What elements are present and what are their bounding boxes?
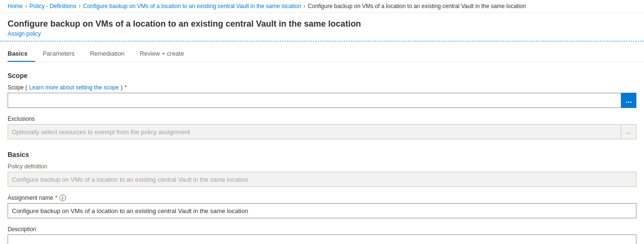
breadcrumb-sep-1: › xyxy=(25,3,27,10)
assignment-name-input[interactable] xyxy=(8,203,636,218)
scope-label-suffix: ) xyxy=(121,84,123,91)
basics-section-title: Basics xyxy=(8,151,636,158)
policy-definition-field-group: Policy definition Configure backup on VM… xyxy=(8,163,636,187)
scope-required-marker: * xyxy=(124,84,127,91)
breadcrumb: Home › Policy - Definitions › Configure … xyxy=(0,0,644,13)
exclusions-browse-button[interactable]: ... xyxy=(621,124,636,139)
basics-section: Basics Policy definition Configure backu… xyxy=(8,151,636,244)
assignment-name-required-marker: * xyxy=(55,195,57,201)
page-subtitle: Assign policy xyxy=(8,30,636,37)
page-header: Configure backup on VMs of a location to… xyxy=(0,13,644,41)
description-label: Description xyxy=(8,226,636,233)
scope-section: Scope Scope ( Learn more about setting t… xyxy=(8,72,636,139)
main-content: Scope Scope ( Learn more about setting t… xyxy=(0,62,644,244)
scope-field-label: Scope ( Learn more about setting the sco… xyxy=(8,84,636,91)
breadcrumb-policy-definitions[interactable]: Policy - Definitions xyxy=(29,3,76,10)
scope-label-prefix: Scope ( xyxy=(8,84,27,91)
tab-parameters[interactable]: Parameters xyxy=(35,46,82,62)
policy-definition-label: Policy definition xyxy=(8,163,636,170)
policy-definition-value: Configure backup on VMs of a location to… xyxy=(8,172,636,187)
exclusions-input-row: Optionally select resources to exempt fr… xyxy=(8,124,636,139)
exclusions-label: Exclusions xyxy=(8,116,636,122)
breadcrumb-sep-2: › xyxy=(79,3,81,10)
description-field-group: Description xyxy=(8,226,636,244)
breadcrumb-sep-3: › xyxy=(303,3,305,10)
scope-browse-button[interactable]: ... xyxy=(621,93,636,108)
breadcrumb-home[interactable]: Home xyxy=(8,3,23,10)
scope-input-row: ... xyxy=(8,93,636,108)
scope-section-title: Scope xyxy=(8,72,636,79)
tab-remediation[interactable]: Remediation xyxy=(82,46,132,62)
tab-basics[interactable]: Basics xyxy=(8,46,35,62)
exclusions-field-group: Exclusions Optionally select resources t… xyxy=(8,116,636,139)
scope-learn-more-link[interactable]: Learn more about setting the scope xyxy=(29,84,119,91)
exclusions-placeholder-text: Optionally select resources to exempt fr… xyxy=(8,124,621,139)
description-textarea[interactable] xyxy=(8,234,636,244)
assignment-name-label-text: Assignment name xyxy=(8,195,53,201)
assignment-name-field-group: Assignment name * i xyxy=(8,195,636,218)
scope-field-group: Scope ( Learn more about setting the sco… xyxy=(8,84,636,108)
assignment-name-info-icon: i xyxy=(59,195,66,201)
tabs-bar: Basics Parameters Remediation Review + c… xyxy=(0,46,644,62)
breadcrumb-policy-link[interactable]: Configure backup on VMs of a location to… xyxy=(83,3,301,10)
page-title: Configure backup on VMs of a location to… xyxy=(8,19,636,29)
assignment-name-label: Assignment name * i xyxy=(8,195,636,201)
scope-input[interactable] xyxy=(8,93,621,108)
breadcrumb-current: Configure backup on VMs of a location to… xyxy=(308,3,526,10)
tab-review-create[interactable]: Review + create xyxy=(132,46,192,62)
